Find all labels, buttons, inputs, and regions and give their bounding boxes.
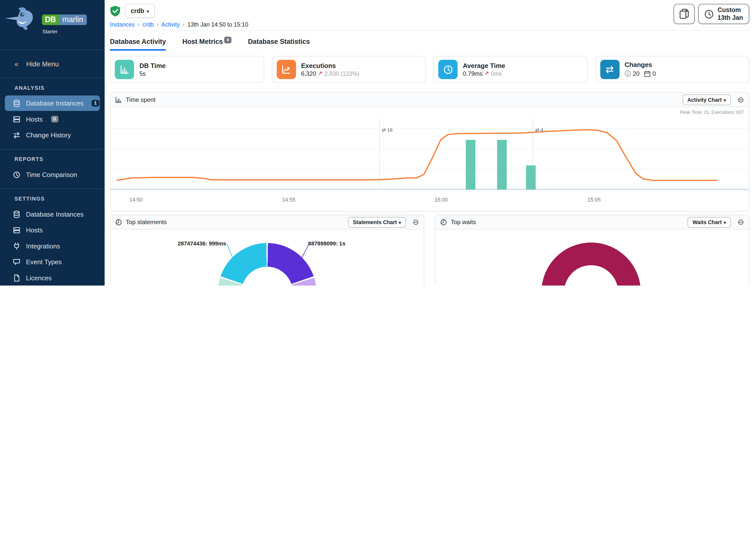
sidebar-item-database-instances[interactable]: Database Instances (5, 206, 100, 222)
panel-title: Top statements (126, 219, 167, 225)
sidebar-item-change-history[interactable]: Change History (5, 127, 100, 143)
licence-icon (13, 274, 21, 282)
waits-donut-chart[interactable]: executing: 5s (435, 230, 749, 286)
info-count: 20 (633, 70, 640, 77)
sidebar-section-analysis: ANALYSISDatabase Instances1Hosts0Change … (0, 78, 105, 143)
breadcrumb: Instances› crdb› Activity› 13th Jan 14:5… (110, 21, 248, 28)
tab-database-activity[interactable]: Database Activity (110, 38, 166, 51)
sidebar-item-label: Time Comparison (26, 171, 77, 178)
event-icon (13, 258, 21, 266)
chevron-down-icon: ▾ (724, 98, 726, 103)
topbar: crdb▾ Instances› crdb› Activity› 13th Ja… (110, 0, 749, 31)
collapse-icon[interactable]: ⊖ (737, 96, 744, 104)
hide-menu-label: Hide Menu (26, 60, 59, 68)
brand-edition: Starter (42, 28, 58, 34)
chevrons-left-icon: « (15, 60, 19, 68)
statements-chart-menu[interactable]: Statements Chart▾ (348, 217, 406, 227)
calendar-count: 0 (652, 70, 656, 77)
clock-icon (705, 10, 714, 19)
metric-value: 5s (139, 70, 146, 77)
brand-db: DB (42, 15, 59, 25)
breadcrumb-instances[interactable]: Instances (110, 21, 135, 28)
sidebar-item-integrations[interactable]: Integrations (5, 238, 100, 254)
sidebar-item-label: Licences (26, 274, 52, 282)
sidebar-item-label: Database Instances (26, 211, 84, 218)
sidebar-item-licences[interactable]: Licences (5, 270, 100, 286)
pie-chart-icon (440, 219, 447, 225)
donut-label: 287474436: 999ms (120, 241, 226, 246)
metric-title: Average Time (463, 62, 505, 69)
clock-icon (438, 60, 457, 79)
plug-icon (13, 242, 21, 250)
tab-label: Host Metrics (182, 38, 223, 45)
trend-icon (276, 60, 296, 79)
metric-card-executions: Executions6,320↗2,830 (123%) (272, 56, 426, 83)
breadcrumb-timerange: 13th Jan 14:50 to 15:10 (187, 21, 248, 28)
sidebar-item-label: Database Instances (26, 100, 84, 107)
statements-donut[interactable] (218, 243, 316, 286)
sidebar-item-time-comparison[interactable]: Time Comparison (5, 167, 100, 182)
sidebar-item-hosts[interactable]: Hosts0 (5, 111, 100, 127)
copy-button[interactable] (674, 4, 695, 24)
logo-area: DBmarlin Starter (0, 0, 105, 50)
breadcrumb-crdb[interactable]: crdb (142, 21, 154, 28)
svg-text:15:05: 15:05 (587, 197, 601, 203)
hide-menu-button[interactable]: « Hide Menu (0, 50, 105, 78)
chevron-down-icon: ▾ (147, 9, 149, 14)
instance-selector[interactable]: crdb▾ (125, 4, 155, 18)
bar-chart-icon (115, 60, 134, 79)
sidebar-section-settings: SETTINGSDatabase InstancesHostsIntegrati… (0, 189, 105, 286)
svg-text:14:55: 14:55 (282, 197, 296, 203)
waits-donut[interactable] (541, 243, 641, 286)
trend-up-icon: ↗ (318, 70, 323, 77)
collapse-icon[interactable]: ⊖ (737, 218, 744, 226)
server-icon (13, 115, 21, 123)
sidebar-item-hosts[interactable]: Hosts (5, 222, 100, 238)
count-badge: 0 (224, 37, 232, 43)
sidebar-item-label: Hosts (26, 226, 43, 234)
activity-chart-svg: ⇄ 16⇄ 414:5014:5515:0015:05 (110, 107, 749, 209)
collapse-icon[interactable]: ⊖ (413, 218, 419, 226)
tab-host-metrics[interactable]: Host Metrics0 (182, 38, 231, 51)
chevron-down-icon: ▾ (724, 220, 726, 225)
calendar-icon (644, 70, 651, 77)
activity-chart-menu[interactable]: Activity Chart▾ (683, 94, 731, 105)
breadcrumb-separator: › (157, 21, 159, 28)
sidebar-item-label: Hosts (26, 116, 43, 123)
marlin-logo-icon (4, 6, 40, 31)
sidebar: DBmarlin Starter « Hide Menu ANALYSISDat… (0, 0, 105, 286)
time-range-label1: Custom (718, 6, 741, 14)
svg-text:14:50: 14:50 (129, 197, 143, 203)
metric-title: Changes (625, 61, 656, 68)
metric-value: 6,320 (301, 70, 316, 77)
metric-card-changes: Changesⓘ200 (595, 56, 749, 83)
peak-note: Peak Time: 2s, Executions: 837 (680, 110, 744, 115)
tab-database-statistics[interactable]: Database Statistics (248, 38, 310, 51)
panel-title: Time spent (126, 96, 155, 103)
svg-text:15:00: 15:00 (435, 197, 448, 203)
time-spent-header: Time spent Activity Chart▾ ⊖ (110, 93, 749, 107)
time-range-label2: 13th Jan (718, 14, 743, 21)
panel-title: Top waits (451, 219, 476, 225)
brand-marlin: marlin (59, 15, 87, 25)
activity-chart[interactable]: Peak Time: 2s, Executions: 837 ⇄ 16⇄ 414… (110, 107, 749, 211)
svg-text:⇄ 16: ⇄ 16 (382, 127, 393, 133)
top-tabs: Database ActivityHost Metrics0Database S… (110, 31, 749, 51)
sidebar-item-label: Change History (26, 131, 71, 139)
donut-label: 887898099: 1s (308, 241, 345, 246)
time-range-button[interactable]: Custom13th Jan (698, 4, 749, 24)
top-waits-panel: Top waits Waits Chart▾ ⊖ executing: 5s (435, 215, 749, 286)
sidebar-item-database-instances[interactable]: Database Instances1 (5, 96, 100, 111)
copy-icon (680, 9, 689, 19)
statements-donut-chart[interactable]: 287474436: 999ms 887898099: 1s 184589816… (110, 230, 424, 286)
metric-title: DB Time (139, 62, 166, 69)
database-icon (13, 210, 21, 218)
database-icon (13, 99, 21, 107)
server-icon (13, 226, 21, 234)
main-content: crdb▾ Instances› crdb› Activity› 13th Ja… (105, 0, 756, 286)
section-title: REPORTS (0, 156, 105, 162)
sidebar-item-event-types[interactable]: Event Types (5, 254, 100, 270)
breadcrumb-activity[interactable]: Activity (161, 21, 180, 28)
info-icon: ⓘ (625, 69, 631, 78)
waits-chart-menu[interactable]: Waits Chart▾ (688, 217, 731, 227)
